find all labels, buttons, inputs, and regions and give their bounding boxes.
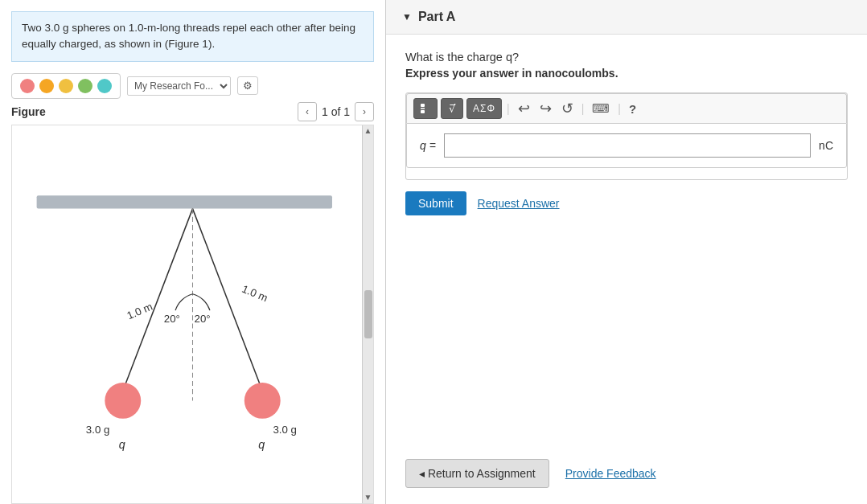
right-panel: ▼ Part A What is the charge q? Express y… [386, 0, 867, 504]
fraction-icon [418, 101, 433, 116]
help-button[interactable]: ? [626, 100, 639, 117]
svg-text:20°: 20° [195, 313, 211, 325]
bottom-nav: ◂ Return to Assignment Provide Feedback [386, 443, 867, 504]
undo-button[interactable]: ↩ [515, 98, 533, 119]
symbol-button[interactable]: ΑΣΦ [466, 98, 502, 119]
toolbar-divider-2: | [581, 102, 585, 115]
dot-yellow[interactable] [59, 79, 73, 93]
svg-rect-0 [37, 195, 332, 208]
svg-point-8 [105, 382, 141, 418]
problem-statement: Two 3.0 g spheres on 1.0-m-long threads … [11, 11, 374, 62]
dot-pink[interactable] [20, 79, 35, 93]
svg-text:1.0 m: 1.0 m [240, 282, 269, 304]
toolbar-divider-1: | [507, 102, 510, 115]
return-to-assignment-button[interactable]: ◂ Return to Assignment [405, 459, 549, 488]
svg-text:3.0 g: 3.0 g [273, 424, 297, 436]
figure-label: Figure [11, 105, 46, 118]
answer-unit: nC [819, 139, 833, 152]
prev-figure-button[interactable]: ‹ [298, 102, 317, 121]
refresh-button[interactable]: ↺ [558, 98, 577, 119]
scroll-down-arrow[interactable]: ▼ [364, 494, 372, 502]
scroll-thumb[interactable] [364, 290, 372, 338]
provide-feedback-button[interactable]: Provide Feedback [565, 467, 656, 480]
scroll-up-arrow[interactable]: ▲ [364, 127, 372, 135]
color-dot-toolbar [11, 73, 121, 99]
svg-text:3.0 g: 3.0 g [86, 424, 109, 436]
math-toolbar: √̅ ΑΣΦ | ↩ ↪ ↺ | ⌨ | ? [406, 93, 847, 123]
answer-label: q = [420, 139, 436, 152]
svg-point-9 [244, 382, 281, 418]
figure-svg: 20° 20° 1.0 m 1.0 m 3.0 g 3.0 g q q [12, 125, 373, 504]
left-panel: Two 3.0 g spheres on 1.0-m-long threads … [0, 0, 386, 504]
submit-button[interactable]: Submit [405, 191, 466, 215]
dot-green[interactable] [78, 79, 92, 93]
figure-scrollbar[interactable]: ▲ ▼ [362, 125, 373, 504]
problem-text-content: Two 3.0 g spheres on 1.0-m-long threads … [22, 22, 355, 50]
part-title: Part A [418, 10, 456, 24]
part-header: ▼ Part A [386, 0, 867, 35]
svg-text:q: q [119, 437, 125, 450]
dot-teal[interactable] [97, 79, 112, 93]
action-row: Submit Request Answer [405, 191, 848, 215]
part-toggle-icon[interactable]: ▼ [402, 11, 412, 23]
sqrt-button[interactable]: √̅ [441, 98, 463, 119]
svg-rect-14 [421, 104, 425, 107]
symbol-icon: ΑΣΦ [473, 103, 495, 114]
question-text: What is the charge q? [405, 51, 848, 64]
dot-orange[interactable] [39, 79, 54, 93]
fraction-button[interactable] [413, 98, 438, 119]
question-subtext: Express your answer in nanocoulombs. [405, 67, 848, 80]
next-figure-button[interactable]: › [355, 102, 374, 121]
answer-container: √̅ ΑΣΦ | ↩ ↪ ↺ | ⌨ | ? q = nC [405, 92, 848, 180]
research-folder-select[interactable]: My Research Fo... [127, 76, 231, 96]
svg-text:20°: 20° [164, 313, 180, 325]
svg-text:q: q [258, 437, 265, 450]
answer-box: q = nC [406, 123, 847, 168]
part-content: What is the charge q? Express your answe… [386, 35, 867, 443]
sqrt-icon: √̅ [449, 103, 455, 115]
svg-rect-15 [421, 110, 425, 113]
figure-nav-count: 1 of 1 [322, 105, 350, 118]
toolbar-divider-3: | [618, 102, 621, 115]
redo-button[interactable]: ↪ [536, 98, 555, 119]
answer-input[interactable] [444, 133, 811, 158]
keyboard-button[interactable]: ⌨ [589, 100, 613, 117]
gear-button[interactable]: ⚙ [237, 76, 258, 95]
request-answer-button[interactable]: Request Answer [478, 197, 560, 210]
figure-area: 20° 20° 1.0 m 1.0 m 3.0 g 3.0 g q q ▲ ▼ [11, 125, 374, 505]
